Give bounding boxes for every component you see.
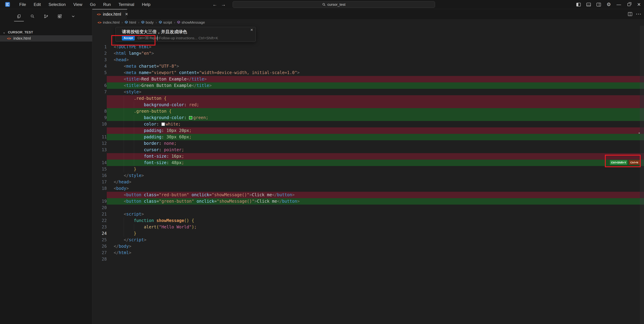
diff-added-line: font-size: 48px; [107,160,640,166]
code-row[interactable]: 19 <button class="green-button" onclick=… [92,198,640,204]
overview-ruler-scrollbar[interactable] [640,26,644,324]
menu-terminal[interactable]: Terminal [115,2,138,8]
file-name: index.html [14,36,31,41]
code-row[interactable]: 24 } [92,230,640,237]
code-row[interactable]: 18<body> [92,185,640,192]
code-row[interactable]: 2<html lang="en"> [92,50,640,57]
code-row[interactable]: 26</body> [92,243,640,250]
close-button[interactable]: ✕ [634,0,644,9]
code-row[interactable]: 27</html> [92,250,640,256]
search-sidebar-icon[interactable] [29,12,36,20]
code-row[interactable]: 20 [92,204,640,211]
code-row[interactable]: <title>Red Button Example</title> [92,76,640,82]
line-number: 4 [92,63,107,70]
app-logo-icon [5,2,10,7]
menu-go[interactable]: Go [86,2,99,8]
settings-gear-icon[interactable]: ⚙ [604,0,614,9]
code-row[interactable]: 8 .green-button { [92,108,640,114]
color-swatch-white[interactable] [162,122,165,126]
menu-view[interactable]: View [70,2,86,8]
extensions-icon[interactable] [56,12,64,20]
code-row[interactable]: 14 font-size: 48px; [92,160,640,166]
line-number: 12 [92,140,107,147]
indent-guide [124,166,124,172]
line-number: 1 [92,44,107,50]
menu-file[interactable]: File [16,2,30,8]
code-row[interactable]: 21 <script> [92,211,640,218]
code-row[interactable]: 3<head> [92,57,640,63]
code-row[interactable]: font-size: 16px; [92,153,640,160]
explorer-icon[interactable] [15,12,23,20]
code-row[interactable]: 12 border: none; [92,140,640,147]
explorer-section-header[interactable]: ⌄ CURSOR_TEST [0,30,92,35]
code-row[interactable]: .red-button { [92,95,640,102]
ruler-added-mark [640,82,644,89]
editor-content[interactable]: 1<!DOCTYPE html>2<html lang="en">3<head>… [92,26,644,324]
menu-edit[interactable]: Edit [30,2,44,8]
toggle-primary-sidebar-icon[interactable] [574,0,584,9]
restore-button[interactable] [624,0,634,9]
vscode-window: FileEditSelectionViewGoRunTerminalHelp ←… [0,0,644,324]
breadcrumb-item-index.html[interactable]: <>index.html [98,20,120,24]
code-row[interactable]: 9 background-color: green; [92,114,640,121]
nav-back-icon[interactable]: ← [212,2,217,7]
code-row[interactable]: 17</head> [92,179,640,185]
file-item-index-html[interactable]: <> index.html [0,35,92,42]
command-center-search[interactable]: cursor_test [233,1,435,8]
inline-chat-close-icon[interactable]: ✕ [250,28,253,32]
code-row[interactable]: 5 <meta name="viewport" content="width=d… [92,70,640,76]
menu-selection[interactable]: Selection [45,2,69,8]
breadcrumb-item-script[interactable]: script [159,20,172,24]
breadcrumb-separator-icon: › [156,20,157,24]
diff-removed-line: background-color: red; [107,102,640,108]
menu-run[interactable]: Run [100,2,114,8]
ruler-removed-mark [640,192,644,198]
breadcrumb-item-showmessage[interactable]: showMessage [177,20,205,24]
code-row[interactable]: 16 </style> [92,172,640,179]
code-row[interactable]: 23 alert("Hello World"); [92,224,640,230]
tab-index-html[interactable]: <> index.html ✕ [92,9,127,19]
split-editor-icon[interactable] [628,12,632,16]
more-views-chevron-icon[interactable] [69,12,77,20]
code-row[interactable]: 25 </script> [92,237,640,243]
code-row[interactable]: background-color: red; [92,102,640,108]
code-row[interactable]: 1<!DOCTYPE html> [92,44,640,50]
breadcrumb-label: index.html [103,20,120,24]
code-row[interactable]: 4 <meta charset="UTF-8"> [92,63,640,70]
code-row[interactable]: 11 padding: 30px 60px; [92,134,640,140]
minimize-button[interactable]: — [614,0,624,9]
line-number: 28 [92,256,107,262]
code-row[interactable]: 6 <title>Green Button Example</title> [92,82,640,89]
code-row[interactable]: 15 } [92,166,640,172]
nav-forward-icon[interactable]: → [221,2,226,7]
code-row[interactable]: 7 <style> [92,89,640,95]
indent-guide [124,95,124,102]
breadcrumb-item-body[interactable]: body [141,20,154,24]
breadcrumb-item-html[interactable]: html [125,20,136,24]
source-control-icon[interactable] [42,12,50,20]
indent-guide [124,218,124,224]
code-row[interactable]: padding: 10px 20px; [92,128,640,134]
line-number: 20 [92,204,107,211]
more-actions-icon[interactable]: ··· [636,12,642,17]
line-number [92,128,107,134]
code-line: </head> [107,179,640,185]
window-controls: ⚙ — ✕ [574,0,644,9]
menu-help[interactable]: Help [138,2,154,8]
code-row[interactable]: 28 [92,256,640,262]
breadcrumb-label: script [163,20,172,24]
tab-close-icon[interactable]: ✕ [125,12,128,16]
code-row[interactable]: 13 cursor: pointer; [92,147,640,153]
code-row[interactable]: 22 function showMessage() { [92,218,640,224]
code-row[interactable]: <button class="red-button" onclick="show… [92,192,640,198]
toggle-panel-icon[interactable] [584,0,594,9]
menu-bar: FileEditSelectionViewGoRunTerminalHelp [16,2,154,8]
code-line: <meta name="viewport" content="width=dev… [107,70,640,76]
color-swatch-green[interactable] [189,116,192,120]
followup-input[interactable]: Follow-up instructions... Ctrl+Shift+K [159,36,218,40]
code-row[interactable]: 10 color: white; [92,121,640,128]
toggle-secondary-sidebar-icon[interactable] [594,0,604,9]
code-line: <body> [107,185,640,192]
breadcrumb-separator-icon: › [138,20,139,24]
line-number: 17 [92,179,107,185]
